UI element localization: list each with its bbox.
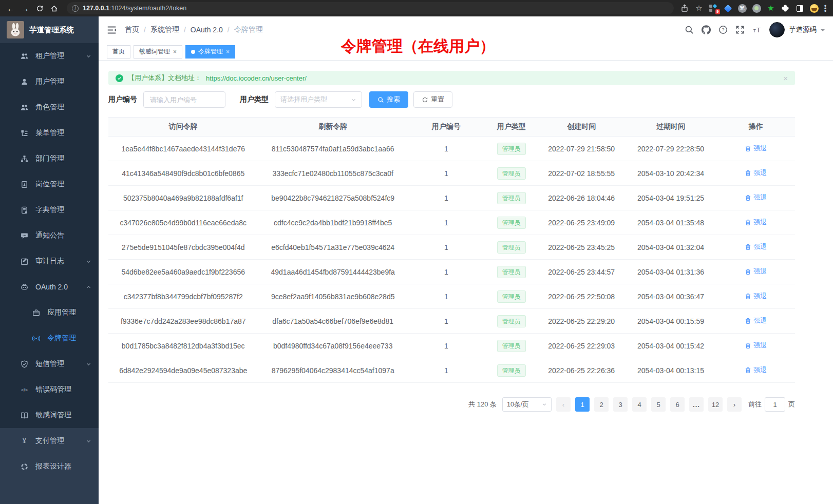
user-id-cell: 1 — [408, 186, 485, 210]
search-icon — [685, 25, 694, 34]
breadcrumb-oauth2[interactable]: OAuth 2.0 — [191, 26, 223, 34]
url-path: :1024/system/oauth2/token — [109, 5, 186, 12]
site-info-icon[interactable]: i — [72, 5, 79, 12]
font-size-button[interactable]: TT — [752, 25, 762, 34]
force-logout-link[interactable]: 强退 — [745, 316, 767, 325]
created-at-cell: 2022-06-26 18:04:46 — [538, 186, 624, 210]
force-logout-link[interactable]: 强退 — [745, 168, 767, 178]
help-button[interactable]: ? — [718, 25, 728, 34]
expires-at-cell: 2054-03-04 01:32:04 — [624, 235, 716, 260]
expires-at-cell: 2022-07-29 22:28:50 — [624, 137, 716, 161]
sidebar-item-menu[interactable]: 菜单管理 — [0, 120, 99, 146]
goto-suffix: 页 — [788, 400, 795, 409]
sidebar-item-label: 租户管理 — [35, 51, 86, 61]
sidebar-item-report-designer[interactable]: 报表设计器 — [0, 454, 99, 479]
pager-page-4[interactable]: 4 — [632, 397, 647, 412]
page-size-select[interactable]: 10条/页 — [502, 397, 552, 412]
next-page-button[interactable]: › — [727, 397, 742, 412]
sidebar-item-oauth2-token[interactable]: 令牌管理 — [0, 325, 99, 351]
refresh-token-cell: 9ce8ef2aa9f14056b831ae9b608e28d5 — [258, 284, 407, 309]
user-menu[interactable]: 芋道源码 — [769, 22, 825, 37]
gem-extension-icon[interactable] — [723, 4, 732, 13]
users-icon — [20, 52, 28, 60]
sidebar-item-notice[interactable]: 通知公告 — [0, 223, 99, 248]
reset-button[interactable]: 重置 — [413, 91, 452, 108]
close-icon[interactable]: × — [226, 48, 230, 55]
pager-page-3[interactable]: 3 — [613, 397, 628, 412]
sidebar-item-pay[interactable]: ¥支付管理 — [0, 428, 99, 454]
browser-forward-button[interactable]: → — [18, 2, 32, 14]
green-star-extension-icon[interactable]: ★ — [766, 4, 775, 13]
force-logout-link[interactable]: 强退 — [745, 365, 767, 375]
browser-menu-icon[interactable]: ••• — [824, 4, 827, 13]
sidebar-item-oauth2[interactable]: OAuth 2.0 — [0, 274, 99, 300]
sidebar-item-dept[interactable]: 部门管理 — [0, 146, 99, 171]
bookmark-star-icon[interactable]: ☆ — [694, 4, 704, 13]
share-button[interactable] — [680, 4, 689, 13]
pager-ellipsis[interactable]: ... — [689, 397, 704, 412]
sidebar-item-dict[interactable]: 字典管理 — [0, 197, 99, 223]
address-bar[interactable]: i 127.0.0.1:1024/system/oauth2/token — [67, 2, 674, 14]
chevron-down-icon — [351, 97, 356, 103]
pager-page-2[interactable]: 2 — [594, 397, 609, 412]
breadcrumb-home[interactable]: 首页 — [125, 25, 139, 34]
app-logo[interactable]: 芋道管理系统 — [0, 16, 99, 43]
force-logout-link[interactable]: 强退 — [745, 267, 767, 276]
log-icon — [20, 257, 28, 265]
prev-page-button[interactable]: ‹ — [556, 397, 571, 412]
pinwheel-extension-icon[interactable] — [781, 4, 790, 13]
browser-back-button[interactable]: ← — [4, 2, 17, 14]
sidebar-item-label: OAuth 2.0 — [35, 283, 86, 291]
sidebar-item-post[interactable]: 岗位管理 — [0, 171, 99, 197]
sidebar-item-sms[interactable]: 短信管理 — [0, 351, 99, 377]
table-row: c347026e805e4d99b0d116eae66eda8ccdfc4ce9… — [108, 210, 795, 235]
force-logout-link[interactable]: 强退 — [745, 242, 767, 251]
sidebar-item-user[interactable]: 用户管理 — [0, 69, 99, 94]
force-logout-link[interactable]: 强退 — [745, 292, 767, 301]
alert-close-icon[interactable]: × — [783, 74, 788, 83]
breadcrumb-system[interactable]: 系统管理 — [150, 25, 179, 34]
user-id-input[interactable] — [143, 91, 225, 108]
header-search-button[interactable] — [685, 25, 694, 34]
pager-page-1[interactable]: 1 — [575, 397, 590, 412]
force-logout-link[interactable]: 强退 — [745, 341, 767, 350]
tab-首页[interactable]: 首页 — [107, 45, 130, 59]
filter-form: 用户编号 用户类型 请选择用户类型 搜索 重置 — [108, 91, 795, 108]
goto-page-input[interactable] — [765, 397, 785, 412]
tab-敏感词管理[interactable]: 敏感词管理× — [134, 45, 182, 59]
sidebar-item-oauth2-app[interactable]: 应用管理 — [0, 300, 99, 325]
extension-grid-icon[interactable]: 9 — [709, 4, 718, 13]
sidebar-item-error-code[interactable]: </>错误码管理 — [0, 377, 99, 402]
record-extension-icon[interactable] — [752, 4, 761, 13]
tab-令牌管理[interactable]: 令牌管理× — [185, 45, 235, 59]
split-screen-extension-icon[interactable] — [795, 4, 804, 13]
profile-emoji-icon[interactable] — [809, 4, 819, 13]
sidebar-item-label: 短信管理 — [35, 359, 86, 369]
browser-refresh-button[interactable] — [33, 2, 46, 14]
sidebar-item-role[interactable]: 角色管理 — [0, 94, 99, 120]
sidebar-collapse-button[interactable] — [107, 25, 117, 35]
force-logout-link[interactable]: 强退 — [745, 218, 767, 227]
close-icon[interactable]: × — [173, 48, 177, 55]
sidebar-item-audit-log[interactable]: 审计日志 — [0, 248, 99, 274]
pager-page-12[interactable]: 12 — [708, 397, 723, 412]
main-area: 令牌管理（在线用户） 首页 / 系统管理 / OAuth 2.0 / 令牌管理 — [99, 16, 833, 504]
users-icon — [20, 103, 28, 111]
browser-home-button[interactable] — [47, 2, 61, 14]
fullscreen-button[interactable] — [735, 25, 745, 34]
search-button[interactable]: 搜索 — [369, 91, 408, 108]
refresh-token-cell: dfa6c71a50a54c66bef706ef9e6e8d81 — [258, 309, 407, 334]
badge-icon — [20, 180, 28, 188]
pager-page-5[interactable]: 5 — [651, 397, 666, 412]
force-logout-link[interactable]: 强退 — [745, 144, 767, 153]
pagination: 共 120 条 10条/页 ‹ 123456...12 › 前往 页 — [108, 397, 795, 412]
alert-doc-link[interactable]: https://doc.iocoder.cn/user-center/ — [206, 74, 307, 82]
user-type-select[interactable]: 请选择用户类型 — [275, 91, 362, 108]
force-logout-link[interactable]: 强退 — [745, 193, 767, 202]
sidebar-item-sensitive-word[interactable]: 敏感词管理 — [0, 402, 99, 428]
github-link-button[interactable] — [702, 25, 711, 34]
sidebar-item-tenant[interactable]: 租户管理 — [0, 43, 99, 69]
user-type-badge: 管理员 — [497, 217, 526, 229]
pager-page-6[interactable]: 6 — [670, 397, 685, 412]
command-extension-icon[interactable]: ⌘ — [737, 4, 747, 13]
